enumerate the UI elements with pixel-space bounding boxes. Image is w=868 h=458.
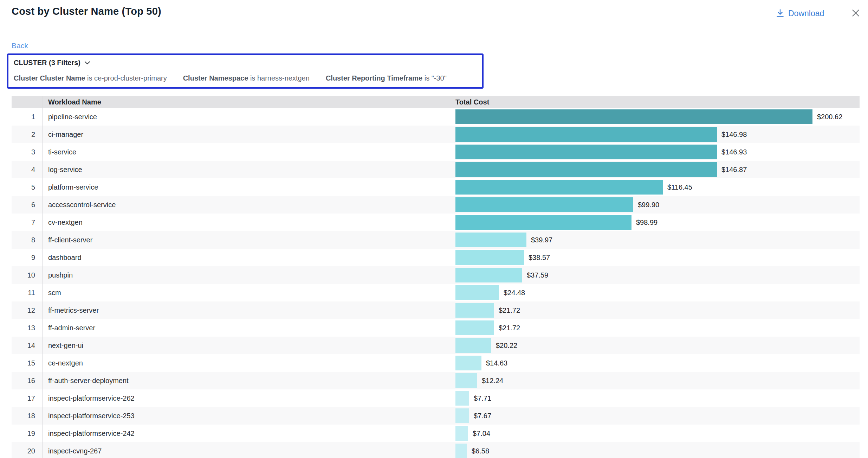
rank-cell: 8 [12, 236, 42, 244]
filter-item: Cluster Cluster Name is ce-prod-cluster-… [14, 74, 167, 82]
total-cost-cell: $146.87 [450, 162, 860, 177]
total-cost-cell: $99.90 [450, 197, 860, 212]
rank-cell: 17 [12, 394, 42, 402]
workload-name-cell: ti-service [42, 148, 450, 156]
table-body: 1 pipeline-service $200.62 2 ci-manager … [12, 108, 860, 458]
workload-name-cell: ff-metrics-server [42, 306, 450, 314]
table-row: 14 next-gen-ui $20.22 [12, 337, 860, 354]
total-cost-cell: $146.98 [450, 127, 860, 142]
table-header: Workload Name Total Cost [12, 96, 860, 108]
cost-bar [455, 127, 717, 142]
rank-cell: 20 [12, 447, 42, 455]
workload-name-cell: pushpin [42, 271, 450, 279]
rank-cell: 13 [12, 324, 42, 332]
workload-name-cell: log-service [42, 166, 450, 174]
rank-cell: 15 [12, 359, 42, 367]
cost-bar [455, 391, 469, 406]
filter-conditions: Cluster Cluster Name is ce-prod-cluster-… [14, 74, 482, 82]
chevron-down-icon [84, 61, 90, 65]
workload-name-cell: ci-manager [42, 131, 450, 139]
filter-field: Cluster Reporting Timeframe [326, 74, 422, 82]
table-row: 16 ff-auth-server-deployment $12.24 [12, 372, 860, 389]
close-button[interactable] [850, 7, 862, 19]
cost-bar [455, 250, 524, 265]
rank-cell: 6 [12, 201, 42, 209]
cost-value-label: $146.87 [721, 166, 747, 174]
table-row: 12 ff-metrics-server $21.72 [12, 301, 860, 319]
cost-bar [455, 162, 717, 177]
rank-cell: 18 [12, 412, 42, 420]
rank-cell: 11 [12, 289, 42, 297]
total-cost-cell: $20.22 [450, 338, 860, 353]
column-header-workload-name[interactable]: Workload Name [42, 98, 450, 106]
cost-value-label: $146.98 [721, 131, 747, 139]
total-cost-cell: $200.62 [450, 109, 860, 124]
rank-cell: 4 [12, 166, 42, 174]
workload-name-cell: accesscontrol-service [42, 201, 450, 209]
filter-field: Cluster Namespace [183, 74, 248, 82]
table-row: 20 inspect-cvng-267 $6.58 [12, 442, 860, 458]
filter-summary-toggle[interactable]: CLUSTER (3 Filters) [14, 59, 90, 67]
table-row: 17 inspect-platformservice-262 $7.71 [12, 389, 860, 407]
filter-condition: is "-30" [422, 74, 447, 82]
table-row: 4 log-service $146.87 [12, 161, 860, 178]
cost-value-label: $6.58 [472, 447, 489, 455]
filter-item: Cluster Namespace is harness-nextgen [183, 74, 310, 82]
close-icon [851, 8, 861, 18]
workloads-table: Workload Name Total Cost 1 pipeline-serv… [12, 96, 860, 458]
table-row: 9 dashboard $38.57 [12, 249, 860, 266]
cost-bar [455, 180, 663, 195]
workload-name-cell: inspect-platformservice-242 [42, 430, 450, 438]
workload-name-cell: inspect-platformservice-262 [42, 394, 450, 402]
cost-value-label: $24.48 [504, 289, 525, 297]
rank-cell: 3 [12, 148, 42, 156]
total-cost-cell: $39.97 [450, 233, 860, 247]
total-cost-cell: $7.67 [450, 408, 860, 423]
table-row: 2 ci-manager $146.98 [12, 126, 860, 143]
rank-cell: 14 [12, 342, 42, 350]
cost-value-label: $14.63 [486, 359, 507, 367]
page-title: Cost by Cluster Name (Top 50) [12, 6, 161, 17]
cost-value-label: $146.93 [721, 148, 747, 156]
workload-name-cell: inspect-cvng-267 [42, 447, 450, 455]
download-button[interactable]: Download [776, 7, 824, 20]
cost-value-label: $7.04 [473, 430, 490, 438]
cost-bar [455, 408, 469, 423]
cost-value-label: $38.57 [529, 254, 550, 262]
cost-bar [455, 233, 526, 247]
back-link[interactable]: Back [12, 42, 28, 50]
total-cost-cell: $146.93 [450, 145, 860, 159]
filter-item: Cluster Reporting Timeframe is "-30" [326, 74, 447, 82]
table-row: 15 ce-nextgen $14.63 [12, 354, 860, 372]
cost-bar [455, 109, 812, 124]
rank-cell: 5 [12, 183, 42, 191]
table-row: 6 accesscontrol-service $99.90 [12, 196, 860, 214]
rank-cell: 10 [12, 271, 42, 279]
table-row: 8 ff-client-server $39.97 [12, 231, 860, 249]
column-divider [42, 96, 43, 458]
workload-name-cell: cv-nextgen [42, 218, 450, 227]
cost-value-label: $7.71 [474, 394, 491, 402]
total-cost-cell: $37.59 [450, 268, 860, 282]
rank-cell: 9 [12, 254, 42, 262]
cost-bar [455, 145, 717, 159]
table-row: 13 ff-admin-server $21.72 [12, 319, 860, 337]
total-cost-cell: $24.48 [450, 285, 860, 300]
workload-name-cell: ff-admin-server [42, 324, 450, 332]
cost-value-label: $37.59 [527, 271, 548, 279]
rank-cell: 12 [12, 306, 42, 314]
total-cost-cell: $6.58 [450, 444, 860, 458]
cost-value-label: $21.72 [499, 324, 520, 332]
cost-value-label: $98.99 [636, 218, 658, 227]
cost-bar [455, 285, 499, 300]
column-header-total-cost[interactable]: Total Cost [450, 98, 860, 106]
workload-name-cell: platform-service [42, 183, 450, 191]
total-cost-cell: $98.99 [450, 215, 860, 230]
cost-bar [455, 320, 494, 335]
total-cost-cell: $116.45 [450, 180, 860, 195]
cost-bar [455, 215, 631, 230]
download-icon [776, 9, 784, 18]
table-row: 11 scm $24.48 [12, 284, 860, 301]
table-row: 19 inspect-platformservice-242 $7.04 [12, 425, 860, 442]
workload-name-cell: dashboard [42, 254, 450, 262]
